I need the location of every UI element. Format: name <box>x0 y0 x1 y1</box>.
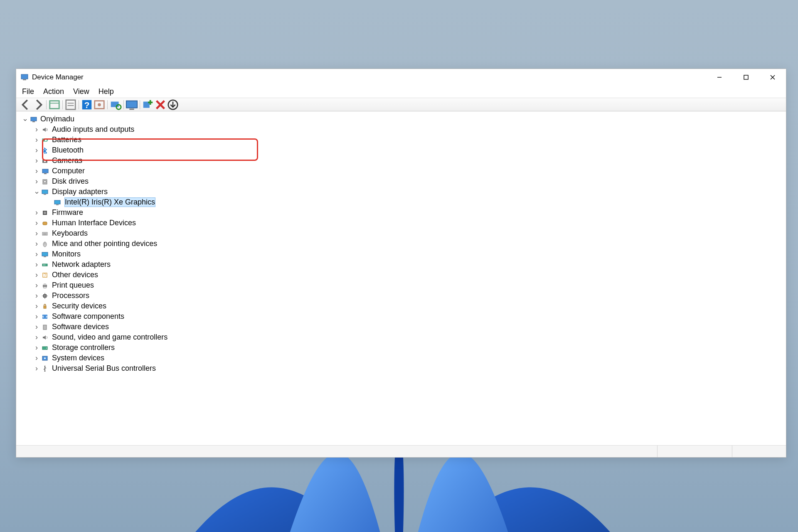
install-icon[interactable] <box>167 99 179 110</box>
camera-icon <box>40 157 49 165</box>
tree-item-display[interactable]: Display adapters <box>20 187 784 197</box>
menu-help[interactable]: Help <box>99 87 114 96</box>
show-hidden-icon[interactable] <box>48 99 61 110</box>
chevron-right-icon[interactable] <box>33 167 40 175</box>
tree-item-battery[interactable]: Batteries <box>20 135 784 145</box>
chevron-down-icon[interactable] <box>33 187 40 197</box>
hid-icon <box>40 219 49 227</box>
tree-item-bluetooth[interactable]: Bluetooth <box>20 145 784 155</box>
remove-icon[interactable] <box>154 99 167 110</box>
svg-rect-18 <box>129 108 134 110</box>
tree-item-speaker[interactable]: Audio inputs and outputs <box>20 124 784 135</box>
close-button[interactable] <box>759 69 786 86</box>
chevron-right-icon[interactable] <box>33 354 40 362</box>
tree-item-label: Disk drives <box>52 177 89 186</box>
chevron-down-icon[interactable] <box>21 115 29 124</box>
chevron-right-icon[interactable] <box>33 302 40 310</box>
network-icon <box>40 261 49 268</box>
tree-item-disk[interactable]: Disk drives <box>20 176 784 187</box>
chevron-right-icon[interactable] <box>33 239 40 248</box>
tree-item-security[interactable]: Security devices <box>20 301 784 311</box>
add-legacy-icon[interactable] <box>142 99 154 110</box>
tree-item-usb[interactable]: Universal Serial Bus controllers <box>20 363 784 374</box>
forward-arrow-icon[interactable] <box>32 99 44 110</box>
tree-item-label: Computer <box>52 167 85 175</box>
monitor-icon[interactable] <box>126 99 138 110</box>
tree-item-label: Monitors <box>52 250 81 259</box>
printer-icon <box>40 282 49 289</box>
tree-item-mouse[interactable]: Mice and other pointing devices <box>20 239 784 249</box>
svg-rect-38 <box>43 222 47 225</box>
chevron-right-icon[interactable] <box>33 208 40 217</box>
update-policy-icon[interactable] <box>93 99 106 110</box>
tree-item-sw-comp[interactable]: Software components <box>20 311 784 322</box>
chevron-right-icon[interactable] <box>33 229 40 238</box>
tree-item-camera[interactable]: Cameras <box>20 155 784 166</box>
tree-item-printer[interactable]: Print queues <box>20 280 784 291</box>
disk-icon <box>40 178 49 185</box>
tree-item-network[interactable]: Network adapters <box>20 259 784 270</box>
help-icon[interactable]: ? <box>81 99 93 110</box>
tree-item-keyboard[interactable]: Keyboards <box>20 228 784 239</box>
tree-item-other[interactable]: ?Other devices <box>20 270 784 280</box>
properties-icon[interactable] <box>64 99 77 110</box>
tree-item-label: Mice and other pointing devices <box>52 239 157 248</box>
chevron-right-icon[interactable] <box>33 323 40 331</box>
tree-item-cpu[interactable]: Processors <box>20 291 784 301</box>
tree-item-system[interactable]: System devices <box>20 353 784 363</box>
back-arrow-icon[interactable] <box>20 99 32 110</box>
chevron-right-icon[interactable] <box>33 281 40 290</box>
window-title: Device Manager <box>32 73 84 81</box>
chevron-right-icon[interactable] <box>33 312 40 321</box>
chevron-right-icon[interactable] <box>33 333 40 342</box>
menu-action[interactable]: Action <box>43 87 64 96</box>
svg-rect-6 <box>50 101 59 108</box>
chevron-right-icon[interactable] <box>33 271 40 279</box>
tree-item-hid[interactable]: Human Interface Devices <box>20 218 784 228</box>
svg-point-62 <box>44 357 46 359</box>
maximize-button[interactable] <box>733 69 759 86</box>
tree-item-sw-dev[interactable]: Software devices <box>20 322 784 332</box>
chevron-right-icon[interactable] <box>33 364 40 373</box>
svg-rect-52 <box>44 283 46 285</box>
menubar: File Action View Help <box>16 86 786 98</box>
svg-rect-56 <box>44 306 46 308</box>
tree-item-label: Software devices <box>52 323 109 331</box>
chevron-right-icon[interactable] <box>33 156 40 165</box>
chevron-right-icon[interactable] <box>33 135 40 144</box>
menu-view[interactable]: View <box>73 87 89 96</box>
svg-point-60 <box>46 347 47 348</box>
svg-point-47 <box>43 264 44 265</box>
svg-text:?: ? <box>84 100 90 109</box>
svg-rect-45 <box>44 256 46 257</box>
tree-item-label: Onyimadu <box>40 115 74 123</box>
minimize-button[interactable] <box>706 69 733 86</box>
tree-root[interactable]: Onyimadu <box>20 114 784 124</box>
tree-item-computer[interactable]: Computer <box>20 166 784 176</box>
chevron-right-icon[interactable] <box>33 260 40 269</box>
chevron-right-icon[interactable] <box>33 177 40 186</box>
usb-icon <box>40 365 49 372</box>
device-tree[interactable]: OnyimaduAudio inputs and outputsBatterie… <box>16 111 786 446</box>
chevron-right-icon[interactable] <box>33 250 40 259</box>
tree-item-monitor[interactable]: Monitors <box>20 249 784 259</box>
svg-rect-53 <box>44 287 46 288</box>
chevron-right-icon[interactable] <box>33 146 40 155</box>
chevron-right-icon[interactable] <box>33 125 40 134</box>
menu-file[interactable]: File <box>22 87 34 96</box>
tree-item-storage[interactable]: Storage controllers <box>20 342 784 353</box>
tree-item-sound[interactable]: Sound, video and game controllers <box>20 332 784 342</box>
chevron-right-icon[interactable] <box>33 291 40 300</box>
svg-rect-25 <box>43 139 45 141</box>
svg-rect-64 <box>44 371 46 372</box>
titlebar[interactable]: Device Manager <box>16 69 786 86</box>
tree-item-firmware[interactable]: Firmware <box>20 207 784 218</box>
sw-comp-icon <box>40 313 49 320</box>
scan-hardware-icon[interactable] <box>109 99 122 110</box>
tree-item-display-device[interactable]: Intel(R) Iris(R) Xe Graphics <box>20 197 784 207</box>
tree-item-label: Display adapters <box>52 187 108 196</box>
chevron-right-icon[interactable] <box>33 343 40 352</box>
tree-item-label: Network adapters <box>52 260 111 269</box>
chevron-right-icon[interactable] <box>33 219 40 227</box>
svg-rect-29 <box>44 173 47 174</box>
